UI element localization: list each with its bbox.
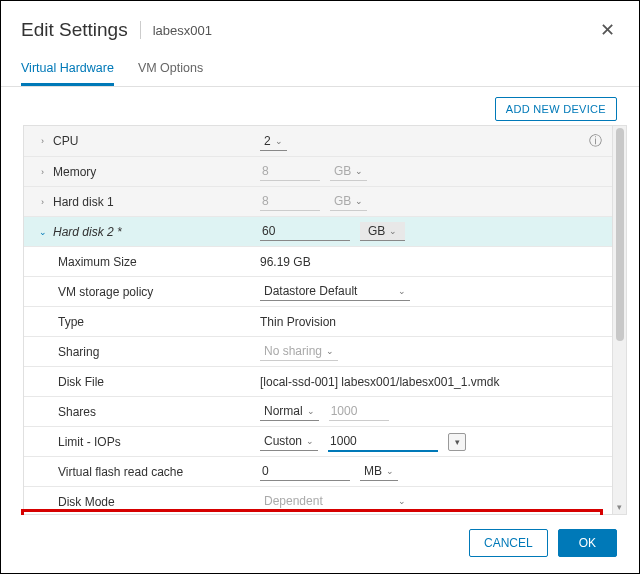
scroll-down-icon[interactable]: ▾ bbox=[617, 502, 622, 514]
hard-disk-1-label: Hard disk 1 bbox=[53, 195, 114, 209]
chevron-right-icon: › bbox=[38, 167, 47, 177]
hard-disk-1-row[interactable]: › Hard disk 1 GB⌄ bbox=[24, 186, 612, 216]
disk-file-row: Disk File [local-ssd-001] labesx001/labe… bbox=[24, 366, 612, 396]
hd2-unit-select[interactable]: GB⌄ bbox=[360, 222, 405, 241]
scroll-thumb[interactable] bbox=[616, 128, 624, 341]
iops-mode-select[interactable]: Custon⌄ bbox=[260, 432, 318, 451]
hd2-size-input[interactable] bbox=[260, 222, 350, 241]
tab-bar: Virtual Hardware VM Options bbox=[1, 53, 639, 87]
chevron-down-icon: ⌄ bbox=[386, 466, 394, 476]
disk-file-label: Disk File bbox=[58, 375, 104, 389]
storage-policy-row: VM storage policy Datastore Default⌄ bbox=[24, 276, 612, 306]
shares-value-input[interactable] bbox=[329, 402, 389, 421]
iops-stepper-button[interactable]: ▾ bbox=[448, 433, 466, 451]
limit-iops-label: Limit - IOPs bbox=[58, 435, 121, 449]
cpu-row[interactable]: › CPU 2⌄ ⓘ bbox=[24, 126, 612, 156]
maximum-size-value: 96.19 GB bbox=[260, 255, 311, 269]
chevron-down-icon: ⌄ bbox=[326, 346, 334, 356]
maximum-size-label: Maximum Size bbox=[58, 255, 137, 269]
chevron-down-icon: ⌄ bbox=[398, 496, 406, 506]
hardware-panel: › CPU 2⌄ ⓘ › Memory bbox=[23, 125, 613, 515]
sharing-select[interactable]: No sharing⌄ bbox=[260, 342, 338, 361]
shares-mode-select[interactable]: Normal⌄ bbox=[260, 402, 319, 421]
chevron-down-icon: ⌄ bbox=[398, 286, 406, 296]
type-value: Thin Provision bbox=[260, 315, 336, 329]
title-divider bbox=[140, 21, 141, 39]
hd1-size-input[interactable] bbox=[260, 192, 320, 211]
chevron-down-icon: ⌄ bbox=[306, 436, 314, 446]
cpu-label: CPU bbox=[53, 134, 78, 148]
shares-row: Shares Normal⌄ bbox=[24, 396, 612, 426]
vm-name: labesx001 bbox=[153, 23, 212, 38]
info-icon[interactable]: ⓘ bbox=[589, 132, 602, 150]
tab-virtual-hardware[interactable]: Virtual Hardware bbox=[21, 53, 114, 86]
maximum-size-row: Maximum Size 96.19 GB bbox=[24, 246, 612, 276]
chevron-down-icon: ⌄ bbox=[355, 166, 363, 176]
dialog-title: Edit Settings bbox=[21, 19, 128, 41]
memory-unit-select[interactable]: GB⌄ bbox=[330, 162, 367, 181]
limit-iops-row: Limit - IOPs Custon⌄ ▾ bbox=[24, 426, 612, 456]
chevron-right-icon: › bbox=[38, 136, 47, 146]
disk-file-value: [local-ssd-001] labesx001/labesx001_1.vm… bbox=[260, 375, 499, 389]
close-icon[interactable]: ✕ bbox=[596, 15, 619, 45]
chevron-down-icon: ⌄ bbox=[355, 196, 363, 206]
hard-disk-2-row[interactable]: ⌄ Hard disk 2 * GB⌄ bbox=[24, 216, 612, 246]
hard-disk-2-label: Hard disk 2 * bbox=[53, 225, 122, 239]
vertical-scrollbar[interactable]: ▾ bbox=[613, 125, 627, 515]
disk-mode-label: Disk Mode bbox=[58, 495, 115, 509]
disk-mode-select[interactable]: Dependent⌄ bbox=[260, 492, 410, 511]
cpu-select[interactable]: 2⌄ bbox=[260, 132, 287, 151]
shares-label: Shares bbox=[58, 405, 96, 419]
iops-value-input[interactable] bbox=[328, 432, 438, 452]
cancel-button[interactable]: CANCEL bbox=[469, 529, 548, 557]
type-row: Type Thin Provision bbox=[24, 306, 612, 336]
chevron-down-icon: ⌄ bbox=[38, 227, 47, 237]
type-label: Type bbox=[58, 315, 84, 329]
sharing-row: Sharing No sharing⌄ bbox=[24, 336, 612, 366]
disk-mode-row: Disk Mode Dependent⌄ bbox=[24, 486, 612, 515]
chevron-down-icon: ⌄ bbox=[389, 226, 397, 236]
vfrc-input[interactable] bbox=[260, 462, 350, 481]
chevron-down-icon: ⌄ bbox=[307, 406, 315, 416]
sharing-label: Sharing bbox=[58, 345, 99, 359]
tab-vm-options[interactable]: VM Options bbox=[138, 53, 203, 86]
ok-button[interactable]: OK bbox=[558, 529, 617, 557]
virtual-flash-label: Virtual flash read cache bbox=[58, 465, 183, 479]
chevron-down-icon: ⌄ bbox=[275, 136, 283, 146]
chevron-right-icon: › bbox=[38, 197, 47, 207]
memory-row[interactable]: › Memory GB⌄ bbox=[24, 156, 612, 186]
storage-policy-select[interactable]: Datastore Default⌄ bbox=[260, 282, 410, 301]
memory-label: Memory bbox=[53, 165, 96, 179]
add-new-device-button[interactable]: ADD NEW DEVICE bbox=[495, 97, 617, 121]
storage-policy-label: VM storage policy bbox=[58, 285, 153, 299]
vfrc-unit-select[interactable]: MB⌄ bbox=[360, 462, 398, 481]
hd1-unit-select[interactable]: GB⌄ bbox=[330, 192, 367, 211]
virtual-flash-row: Virtual flash read cache MB⌄ bbox=[24, 456, 612, 486]
memory-input[interactable] bbox=[260, 162, 320, 181]
